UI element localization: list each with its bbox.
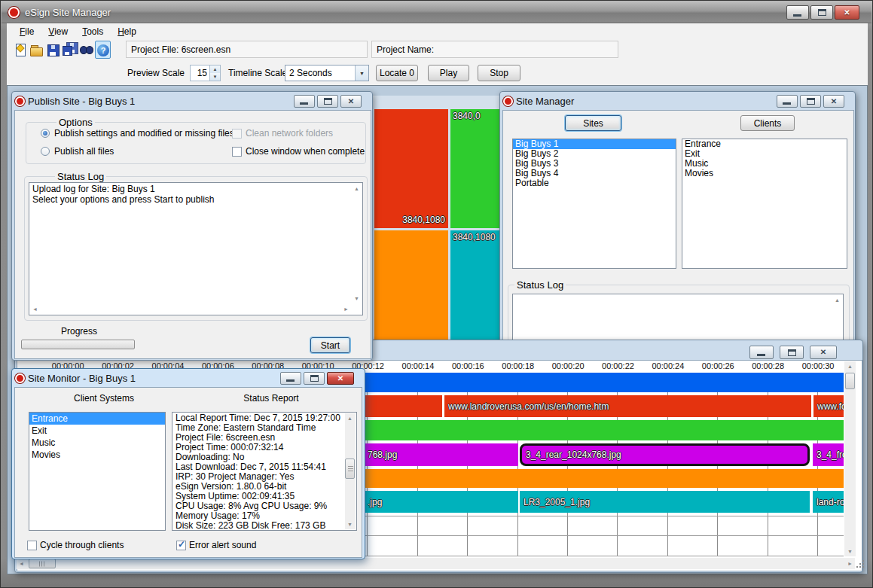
checkbox-clean-network[interactable] <box>232 129 242 139</box>
sites-button[interactable]: Sites <box>565 115 621 131</box>
publish-titlebar[interactable]: Publish Site - Big Buys 1 ✕ <box>14 93 371 109</box>
main-minimize-button[interactable] <box>786 5 809 20</box>
maximize-icon <box>818 9 826 16</box>
checkbox-error-alert[interactable]: ✓ <box>176 541 186 550</box>
minimize-button[interactable] <box>749 346 774 359</box>
preview-window: 3840,0 3840,1080 3840,1080 <box>368 96 513 344</box>
minimize-button[interactable] <box>280 372 301 385</box>
list-item[interactable]: Movies <box>29 449 165 461</box>
maximize-button[interactable] <box>780 346 804 359</box>
timeline-segment[interactable]: www.landroverusa.com/us/en/home.htm <box>444 395 811 417</box>
scroll-left-icon[interactable]: ◄ <box>17 559 26 568</box>
main-maximize-button[interactable] <box>810 5 833 20</box>
main-close-button[interactable]: ✕ <box>835 5 859 20</box>
checkbox-cycle-clients[interactable] <box>27 541 37 550</box>
play-button[interactable]: Play <box>428 65 469 81</box>
maximize-button[interactable] <box>317 95 338 108</box>
save-button[interactable] <box>45 41 61 59</box>
minimize-button[interactable] <box>777 95 798 108</box>
close-button[interactable]: ✕ <box>327 372 354 385</box>
resize-grip-icon[interactable] <box>856 566 858 568</box>
find-button[interactable] <box>78 41 94 59</box>
esign-logo-icon <box>8 7 20 18</box>
scroll-left-icon[interactable]: ◄ <box>30 304 40 314</box>
close-button[interactable]: ✕ <box>810 346 837 359</box>
close-button[interactable]: ✕ <box>823 95 844 108</box>
esign-logo-icon <box>15 96 25 106</box>
preview-screen-orange[interactable] <box>374 230 448 344</box>
minimize-icon <box>793 14 801 17</box>
menu-file[interactable]: File <box>13 25 41 38</box>
site-monitor-window: Site Monitor - Big Buys 1 ✕ Client Syste… <box>11 368 365 559</box>
site-monitor-titlebar[interactable]: Site Monitor - Big Buys 1 ✕ <box>14 370 363 386</box>
menu-bar: File View Tools Help <box>7 23 868 39</box>
radio-publish-all[interactable] <box>41 147 50 156</box>
project-file-field[interactable]: Project File: 6screen.esn <box>126 41 368 58</box>
list-item[interactable]: Music <box>29 437 165 449</box>
close-icon: ✕ <box>844 9 850 17</box>
client-systems-label: Client Systems <box>42 393 166 404</box>
scroll-down-icon[interactable]: ▼ <box>845 547 855 556</box>
menu-tools[interactable]: Tools <box>75 25 111 38</box>
site-manager-window: Site Manager ✕ Sites Clients Big Buys 1 … <box>499 91 856 351</box>
maximize-button[interactable] <box>304 372 325 385</box>
client-systems-list: Entrance Exit Music Movies <box>29 412 166 531</box>
new-project-button[interactable] <box>12 41 28 59</box>
project-name-field[interactable]: Project Name: <box>371 41 618 58</box>
close-button[interactable]: ✕ <box>340 95 362 108</box>
publish-status-log[interactable]: Upload log for Site: Big Buys 1 Select y… <box>29 182 363 315</box>
timeline-segment[interactable]: land-rov <box>813 491 844 513</box>
save-all-button[interactable] <box>62 41 78 59</box>
list-item[interactable]: Entrance <box>29 413 165 425</box>
locate-button[interactable]: Locate 0 <box>376 65 418 81</box>
preview-scale-stepper[interactable]: 15 ▲ ▼ <box>190 65 221 81</box>
main-titlebar[interactable]: eSign Site Manager ✕ <box>2 2 871 23</box>
radio-publish-modified[interactable] <box>41 129 50 138</box>
list-item[interactable]: Movies <box>682 169 847 178</box>
minimize-button[interactable] <box>294 95 315 108</box>
scroll-up-icon[interactable]: ▲ <box>345 413 355 423</box>
checkbox-close-when-complete[interactable] <box>232 147 242 157</box>
stepper-down-icon[interactable]: ▼ <box>210 73 220 81</box>
timeline-scale-select[interactable]: 2 Seconds ▼ <box>285 65 369 81</box>
status-report-box[interactable]: Local Report Time: Dec 7, 2015 19:27:00 … <box>172 412 357 531</box>
stop-button[interactable]: Stop <box>478 65 520 81</box>
vscroll-thumb[interactable] <box>845 373 855 389</box>
stepper-up-icon[interactable]: ▲ <box>210 66 220 73</box>
open-project-button[interactable] <box>29 41 44 59</box>
scroll-up-icon[interactable]: ▲ <box>352 184 362 193</box>
scroll-right-icon[interactable]: ► <box>845 559 855 568</box>
scroll-right-icon[interactable]: ► <box>341 304 351 314</box>
vscroll-thumb[interactable] <box>345 459 355 479</box>
help-button[interactable]: ? <box>95 41 111 59</box>
report-scrollbar[interactable]: ▲ ▼ <box>345 413 356 529</box>
menu-view[interactable]: View <box>41 25 75 38</box>
clients-button[interactable]: Clients <box>740 115 795 131</box>
timeline-vscrollbar[interactable]: ▲ ▼ <box>844 361 856 556</box>
scroll-down-icon[interactable]: ▼ <box>345 519 355 529</box>
new-document-icon <box>16 44 26 56</box>
start-button[interactable]: Start <box>310 337 350 353</box>
list-item[interactable]: Exit <box>29 425 165 437</box>
scroll-down-icon[interactable]: ▼ <box>352 294 362 303</box>
timeline-segment[interactable]: LR3_2005_1.jpg <box>520 491 810 513</box>
minimize-icon <box>300 102 308 105</box>
timeline-segment[interactable]: 3_4_fro <box>813 443 844 466</box>
menu-help[interactable]: Help <box>111 25 144 38</box>
minimize-icon <box>286 379 295 382</box>
scroll-up-icon[interactable]: ▲ <box>832 295 842 305</box>
publish-site-window: Publish Site - Big Buys 1 ✕ Options Publ… <box>11 91 373 361</box>
scroll-up-icon[interactable]: ▲ <box>845 361 855 371</box>
hscroll-thumb[interactable] <box>29 559 56 568</box>
timeline-segment-selected[interactable]: 3_4_rear_1024x768.jpg <box>520 443 810 466</box>
timeline-segment[interactable]: www.fo <box>813 395 844 417</box>
list-item[interactable]: Portable <box>513 178 676 188</box>
timeline-hscrollbar[interactable]: ◄ ► <box>17 558 855 569</box>
maximize-button[interactable] <box>800 95 821 108</box>
list-item[interactable]: Entrance <box>682 139 847 149</box>
preview-screen-red[interactable] <box>374 109 448 228</box>
close-icon: ✕ <box>337 375 343 382</box>
site-manager-status-log[interactable]: ▲ <box>512 294 844 340</box>
site-manager-titlebar[interactable]: Site Manager ✕ <box>502 93 853 109</box>
close-icon: ✕ <box>831 98 837 105</box>
